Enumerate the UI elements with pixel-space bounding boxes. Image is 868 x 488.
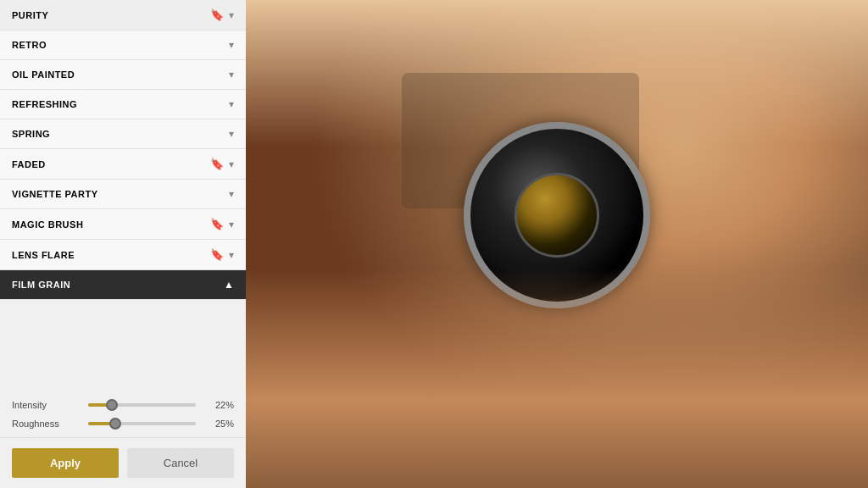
roughness-value: 25% (204, 419, 234, 429)
cancel-button[interactable]: Cancel (127, 448, 234, 478)
filter-item-lens-flare[interactable]: LENS FLARE🔖▾ (0, 240, 246, 270)
chevron-icon-lens-flare[interactable]: ▾ (229, 249, 234, 261)
filter-item-refreshing[interactable]: REFRESHING▾ (0, 90, 246, 119)
chevron-icon-magic-brush[interactable]: ▾ (229, 219, 234, 230)
hands-overlay (246, 269, 868, 488)
photo-preview (246, 0, 868, 488)
bookmark-icon-faded[interactable]: 🔖 (210, 158, 224, 170)
filter-item-right-spring: ▾ (229, 128, 234, 140)
roughness-track (88, 422, 196, 425)
filter-name-film-grain: FILM GRAIN (12, 280, 70, 290)
filter-item-left-retro: RETRO (12, 40, 47, 50)
expanded-controls-panel: Intensity 22% Roughness 25% (0, 388, 246, 437)
chevron-icon-film-grain[interactable]: ▲ (224, 279, 234, 291)
filter-item-right-vignette-party: ▾ (229, 188, 234, 200)
chevron-icon-purity[interactable]: ▾ (229, 9, 234, 21)
filter-item-left-film-grain: FILM GRAIN (12, 280, 70, 290)
intensity-value: 22% (204, 400, 234, 410)
chevron-icon-faded[interactable]: ▾ (229, 158, 234, 170)
apply-button[interactable]: Apply (12, 448, 119, 478)
filter-name-retro: RETRO (12, 40, 47, 50)
filter-item-right-faded: 🔖▾ (210, 158, 234, 170)
chevron-icon-oil-painted[interactable]: ▾ (229, 69, 234, 80)
intensity-track-container[interactable] (88, 403, 196, 407)
filter-item-left-faded: FADED (12, 159, 46, 169)
filter-item-right-refreshing: ▾ (229, 98, 234, 110)
filter-item-left-vignette-party: VIGNETTE PARTY (12, 189, 98, 199)
intensity-track (88, 403, 196, 407)
filter-item-left-spring: SPRING (12, 129, 50, 139)
filter-item-retro[interactable]: RETRO▾ (0, 30, 246, 60)
filter-name-purity: PURITY (12, 10, 48, 20)
filter-name-oil-painted: OIL PAINTED (12, 69, 75, 80)
chevron-icon-retro[interactable]: ▾ (229, 39, 234, 51)
filter-item-oil-painted[interactable]: OIL PAINTED▾ (0, 60, 246, 90)
filter-item-vignette-party[interactable]: VIGNETTE PARTY▾ (0, 180, 246, 209)
filter-item-right-magic-brush: 🔖▾ (210, 218, 234, 230)
filter-item-left-lens-flare: LENS FLARE (12, 250, 75, 260)
filter-list: PURITY🔖▾RETRO▾OIL PAINTED▾REFRESHING▾SPR… (0, 0, 246, 388)
filter-item-purity[interactable]: PURITY🔖▾ (0, 0, 246, 30)
filter-item-left-magic-brush: MAGIC BRUSH (12, 219, 83, 230)
filter-item-right-oil-painted: ▾ (229, 69, 234, 80)
filter-item-right-lens-flare: 🔖▾ (210, 248, 234, 261)
filter-name-lens-flare: LENS FLARE (12, 250, 75, 260)
filter-item-right-retro: ▾ (229, 39, 234, 51)
lens-inner (515, 173, 599, 258)
intensity-thumb[interactable] (106, 399, 118, 411)
filter-name-spring: SPRING (12, 129, 50, 139)
bookmark-icon-magic-brush[interactable]: 🔖 (210, 218, 224, 230)
filter-name-vignette-party: VIGNETTE PARTY (12, 189, 98, 199)
roughness-track-container[interactable] (88, 422, 196, 425)
intensity-slider-row: Intensity 22% (12, 400, 234, 410)
image-preview-panel (246, 0, 868, 488)
filter-item-spring[interactable]: SPRING▾ (0, 119, 246, 149)
roughness-slider-row: Roughness 25% (12, 419, 234, 429)
filter-item-left-purity: PURITY (12, 10, 48, 20)
bookmark-icon-lens-flare[interactable]: 🔖 (210, 248, 224, 261)
filter-item-faded[interactable]: FADED🔖▾ (0, 149, 246, 180)
chevron-icon-vignette-party[interactable]: ▾ (229, 188, 234, 200)
filter-item-left-oil-painted: OIL PAINTED (12, 69, 75, 80)
roughness-label: Roughness (12, 419, 80, 429)
left-panel: PURITY🔖▾RETRO▾OIL PAINTED▾REFRESHING▾SPR… (0, 0, 246, 488)
chevron-icon-spring[interactable]: ▾ (229, 128, 234, 140)
bookmark-icon-purity[interactable]: 🔖 (210, 8, 224, 21)
filter-name-refreshing: REFRESHING (12, 99, 77, 109)
intensity-label: Intensity (12, 400, 80, 410)
filter-item-left-refreshing: REFRESHING (12, 99, 77, 109)
action-buttons: Apply Cancel (0, 437, 246, 488)
filter-item-film-grain[interactable]: FILM GRAIN▲ (0, 270, 246, 300)
filter-name-faded: FADED (12, 159, 46, 169)
roughness-thumb[interactable] (109, 418, 121, 430)
filter-item-magic-brush[interactable]: MAGIC BRUSH🔖▾ (0, 209, 246, 240)
filter-name-magic-brush: MAGIC BRUSH (12, 219, 83, 230)
chevron-icon-refreshing[interactable]: ▾ (229, 98, 234, 110)
filter-item-right-film-grain: ▲ (224, 279, 234, 291)
filter-item-right-purity: 🔖▾ (210, 8, 234, 21)
